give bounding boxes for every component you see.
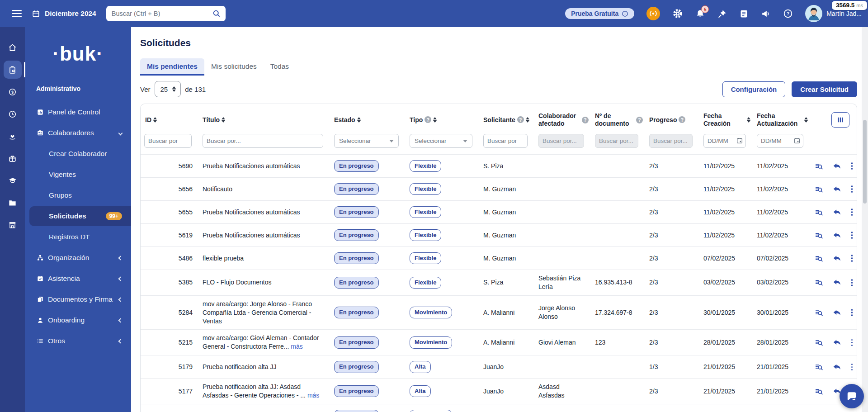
column-help-icon[interactable]: ? (582, 117, 589, 123)
kebab-menu-icon[interactable] (850, 308, 854, 317)
sidebar-item-organizacion[interactable]: Organización (25, 248, 131, 268)
column-config-button[interactable] (831, 112, 849, 128)
view-detail-icon[interactable] (814, 185, 824, 194)
view-detail-icon[interactable] (814, 338, 824, 347)
column-help-icon[interactable]: ? (517, 116, 524, 123)
hamburger-menu-button[interactable] (12, 10, 22, 17)
kebab-menu-icon[interactable] (850, 161, 854, 170)
reply-arrow-icon[interactable] (832, 231, 842, 240)
filter-tipo-select[interactable]: Seleccionar (410, 134, 472, 148)
column-header[interactable]: Título ? (198, 116, 330, 124)
calendar-icon[interactable] (736, 137, 743, 144)
kebab-menu-icon[interactable] (850, 208, 854, 216)
sidebar-item-otros[interactable]: Otros (25, 331, 131, 351)
reply-arrow-icon[interactable] (832, 208, 842, 217)
kebab-menu-icon[interactable] (850, 363, 854, 371)
reply-arrow-icon[interactable] (832, 308, 842, 317)
chat-fab-button[interactable] (840, 384, 864, 408)
sidebar-item-solicitudes[interactable]: Solicitudes 99+ (29, 206, 131, 226)
settings-gear-icon[interactable] (672, 8, 683, 19)
table-row[interactable]: mov area/cargo: Encargado de RRHH - En p… (141, 404, 857, 412)
sidebar-item-colaboradores[interactable]: Colaboradores (25, 123, 131, 143)
column-header[interactable]: ID ? (141, 116, 198, 124)
filter-estado-select[interactable]: Seleccionar (334, 134, 399, 148)
kebab-menu-icon[interactable] (850, 278, 854, 287)
tab[interactable]: Mis solicitudes (204, 58, 264, 76)
column-help-icon[interactable]: ? (679, 116, 685, 123)
rail-administrativo-clipboard-icon[interactable] (4, 61, 22, 79)
configuracion-button[interactable]: Configuración (722, 81, 786, 97)
reply-arrow-icon[interactable] (832, 185, 842, 194)
sidebar-item-documentos-y-firma[interactable]: Documentos y Firma (25, 289, 131, 309)
global-search-input[interactable] (106, 6, 226, 21)
tab[interactable]: Todas (264, 58, 296, 76)
view-detail-icon[interactable] (814, 387, 824, 396)
reply-arrow-icon[interactable] (832, 161, 842, 171)
column-header[interactable]: Progreso ? (645, 116, 699, 124)
view-detail-icon[interactable] (814, 208, 824, 217)
reply-arrow-icon[interactable] (832, 362, 842, 372)
view-detail-icon[interactable] (814, 231, 824, 240)
sidebar-item-registros-dt[interactable]: Registros DT (25, 227, 131, 247)
table-row[interactable]: 5656 Notificauto En progreso Flexible M.… (141, 177, 857, 200)
rail-talento-briefcase-icon[interactable] (4, 149, 22, 167)
rail-documentos-folder-icon[interactable] (4, 194, 22, 212)
calendar-icon[interactable] (793, 137, 801, 144)
kebab-menu-icon[interactable] (850, 254, 854, 262)
column-header[interactable]: Colaborador afectado ? (534, 112, 590, 128)
view-detail-icon[interactable] (814, 362, 824, 372)
pin-icon[interactable] (717, 9, 727, 19)
filter-id-input[interactable] (144, 134, 192, 148)
reply-arrow-icon[interactable] (832, 254, 842, 263)
table-row[interactable]: 5284 mov area/cargo: Jorge Alonso - Fran… (141, 295, 857, 330)
column-header[interactable]: Tipo ? (405, 116, 479, 124)
column-help-icon[interactable]: ? (425, 116, 431, 123)
table-row[interactable]: 5486 flexible prueba En progreso Flexibl… (141, 246, 857, 270)
changelog-icon[interactable] (739, 9, 749, 19)
kebab-menu-icon[interactable] (850, 185, 854, 193)
kebab-menu-icon[interactable] (850, 338, 854, 347)
filter-titulo-input[interactable] (203, 134, 323, 148)
column-help-icon[interactable]: ? (636, 117, 643, 123)
search-icon[interactable] (212, 9, 221, 18)
sidebar-item-onboarding[interactable]: Onboarding (25, 310, 131, 330)
rail-home-icon[interactable] (4, 38, 22, 57)
more-link[interactable]: más (307, 392, 319, 399)
help-icon[interactable]: ? (783, 9, 793, 19)
table-row[interactable]: 5655 Prueba Notificaciones automáticas E… (141, 200, 857, 223)
sidebar-item-panel-de-control[interactable]: Panel de Control (25, 102, 131, 122)
sidebar-item-grupos[interactable]: Grupos (25, 185, 131, 205)
table-row[interactable]: 5385 FLO - Flujo Documentos En progreso … (141, 270, 857, 295)
column-header[interactable]: Fecha Actualiza­ción ? (752, 112, 810, 128)
column-header[interactable]: Nº de documento ? (590, 112, 645, 128)
trial-badge[interactable]: Prueba Gratuita (565, 8, 634, 19)
column-header[interactable]: Estado ? (330, 116, 405, 124)
reply-arrow-icon[interactable] (832, 338, 842, 347)
table-row[interactable]: 5690 Prueba Notificaciones automáticas E… (141, 154, 857, 177)
page-size-select[interactable]: 25 (155, 81, 181, 97)
table-row[interactable]: 5215 mov area/cargo: Giovi Aleman - Cont… (141, 329, 857, 355)
table-row[interactable]: 5619 Prueba Notificaciones automáticas E… (141, 223, 857, 246)
rail-asistencia-clock-icon[interactable] (4, 105, 22, 123)
table-row[interactable]: 5177 Prueba notificacion alta JJ: Asdasd… (141, 378, 857, 404)
view-detail-icon[interactable] (814, 161, 824, 171)
table-row[interactable]: 5179 Prueba notificacion alta JJ En prog… (141, 355, 857, 378)
view-detail-icon[interactable] (814, 254, 824, 263)
rail-capacitacion-graduation-icon[interactable] (4, 171, 22, 189)
filter-solicitante-input[interactable] (483, 134, 528, 148)
scrollbar-thumb[interactable] (863, 120, 867, 204)
rail-beneficios-hand-heart-icon[interactable] (4, 127, 22, 145)
more-link[interactable]: más (291, 343, 302, 350)
sidebar-item-vigentes[interactable]: Vigentes (25, 165, 131, 185)
view-detail-icon[interactable] (814, 278, 824, 287)
assistant-target-icon[interactable] (646, 7, 660, 20)
view-detail-icon[interactable] (814, 308, 824, 317)
sidebar-item-asistencia[interactable]: Asistencia (25, 269, 131, 289)
column-header[interactable]: Fecha Creación ? (699, 112, 752, 128)
rail-remuneraciones-dollar-icon[interactable]: $ (4, 83, 22, 101)
column-header[interactable]: Solicitante ? (479, 116, 534, 124)
period-selector[interactable]: Diciembre 2024 (32, 9, 96, 18)
tab[interactable]: Mis pendientes (140, 58, 204, 76)
rail-marketplace-store-icon[interactable] (4, 216, 22, 234)
crear-solicitud-button[interactable]: Crear Solicitud (792, 81, 857, 97)
